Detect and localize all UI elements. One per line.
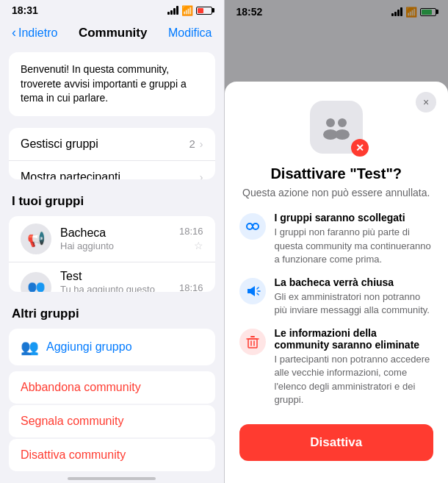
test-time-star: 18:16 (179, 282, 203, 293)
battery-icon (196, 7, 212, 15)
svg-point-0 (326, 118, 335, 127)
bacheca-time-star: 18:16 ☆ (179, 226, 203, 251)
signal-icon (167, 6, 178, 15)
disattiva-button[interactable]: Disattiva community (9, 439, 215, 471)
megaphone-icon (245, 283, 261, 299)
bacheca-info: Bacheca Hai aggiunto (60, 226, 170, 251)
info-text-1: La bacheca verrà chiusa Gli ex amministr… (275, 276, 434, 317)
page-title: Community (79, 26, 148, 40)
wifi-icon: 📶 (181, 5, 193, 16)
info-text-2: Le informazioni della community saranno … (275, 327, 434, 407)
gestisci-label: Gestisci gruppi (21, 137, 98, 151)
bacheca-sub: Hai aggiunto (60, 240, 170, 251)
test-name: Test (60, 270, 170, 283)
mostra-label: Mostra partecipanti (21, 171, 120, 179)
group-bacheca[interactable]: 📢 Bacheca Hai aggiunto 18:16 ☆ (9, 216, 215, 262)
my-groups-header: I tuoi gruppi (0, 185, 224, 213)
svg-point-1 (338, 118, 347, 127)
deactivate-button[interactable]: Disattiva (239, 424, 434, 461)
gestisci-right: 2 › (189, 137, 203, 150)
info-desc-0: I gruppi non faranno più parte di questa… (275, 226, 434, 266)
trash-icon (245, 334, 261, 350)
action-list: Abbandona community Segnala community Di… (0, 371, 224, 471)
home-indicator (68, 477, 156, 480)
modal-subtitle: Questa azione non può essere annullata. (239, 187, 434, 198)
community-svg (320, 111, 353, 143)
edit-button[interactable]: Modifica (168, 26, 212, 40)
chevron-left-icon: ‹ (12, 25, 16, 40)
gestisci-count: 2 (189, 137, 195, 150)
back-label: Indietro (18, 26, 57, 40)
svg-line-11 (257, 293, 259, 295)
svg-rect-12 (248, 339, 257, 348)
my-groups-list: 📢 Bacheca Hai aggiunto 18:16 ☆ 👥 Test Tu… (9, 216, 215, 293)
add-group-icon: 👥 (21, 338, 39, 356)
svg-marker-8 (248, 286, 255, 296)
left-status-time: 18:31 (12, 4, 38, 16)
right-panel: 18:52 📶 × (225, 0, 449, 483)
bacheca-name: Bacheca (60, 226, 170, 240)
segnala-button[interactable]: Segnala community (9, 405, 215, 437)
test-sub: Tu ha aggiunto questo gruppo all... (60, 284, 170, 293)
info-desc-1: Gli ex amministratori non potranno più i… (275, 290, 434, 317)
info-title-2: Le informazioni della community saranno … (275, 327, 434, 351)
info-item-0: I gruppi saranno scollegati I gruppi non… (239, 212, 434, 266)
chevron-right-icon: › (200, 138, 203, 150)
modal-sheet: × ✕ Disattivare "Test"? Questa azione no… (225, 82, 449, 483)
left-status-bar: 18:31 📶 (0, 0, 224, 19)
modal-badge-icon: ✕ (351, 139, 369, 157)
info-icon-2 (239, 329, 266, 355)
welcome-text: Benvenuti! In questa community, troveret… (21, 63, 187, 104)
add-group-label: Aggiungi gruppo (46, 340, 132, 354)
svg-point-5 (253, 223, 259, 229)
back-button[interactable]: ‹ Indietro (12, 25, 57, 40)
svg-point-3 (335, 129, 350, 140)
test-time: 18:16 (179, 282, 203, 293)
menu-list: Gestisci gruppi 2 › Mostra partecipanti … (9, 128, 215, 179)
info-icon-0 (239, 213, 266, 240)
gestisci-gruppi-item[interactable]: Gestisci gruppi 2 › (9, 128, 215, 161)
info-title-1: La bacheca verrà chiusa (275, 276, 434, 288)
left-status-icons: 📶 (167, 5, 212, 16)
svg-point-4 (247, 223, 253, 229)
mostra-right: › (200, 171, 203, 179)
left-panel: 18:31 📶 ‹ Indietro Community Modifica Be… (0, 0, 224, 483)
add-group-button[interactable]: 👥 Aggiungi gruppo (9, 329, 215, 365)
info-desc-2: I partecipanti non potranno accedere all… (275, 353, 434, 407)
bacheca-avatar: 📢 (21, 223, 51, 254)
mostra-partecipanti-item[interactable]: Mostra partecipanti › (9, 161, 215, 179)
modal-icon-wrap: ✕ (239, 101, 434, 154)
other-groups-header: Altri gruppi (0, 298, 224, 326)
test-info: Test Tu ha aggiunto questo gruppo all... (60, 270, 170, 293)
info-item-2: Le informazioni della community saranno … (239, 327, 434, 407)
modal-info-list: I gruppi saranno scollegati I gruppi non… (239, 212, 434, 407)
info-title-0: I gruppi saranno scollegati (275, 212, 434, 223)
group-test[interactable]: 👥 Test Tu ha aggiunto questo gruppo all.… (9, 262, 215, 293)
info-icon-1 (239, 278, 266, 304)
abbandona-button[interactable]: Abbandona community (9, 371, 215, 404)
svg-line-9 (257, 287, 259, 289)
welcome-card: Benvenuti! In questa community, troveret… (9, 52, 215, 116)
link-icon (245, 218, 261, 235)
left-nav-bar: ‹ Indietro Community Modifica (0, 19, 224, 46)
star-icon: ☆ (194, 240, 203, 251)
modal-title: Disattivare "Test"? (239, 165, 434, 182)
chevron-right-icon-2: › (200, 171, 203, 179)
test-avatar: 👥 (21, 272, 51, 292)
info-item-1: La bacheca verrà chiusa Gli ex amministr… (239, 276, 434, 317)
info-text-0: I gruppi saranno scollegati I gruppi non… (275, 212, 434, 266)
bacheca-time: 18:16 (179, 226, 203, 237)
